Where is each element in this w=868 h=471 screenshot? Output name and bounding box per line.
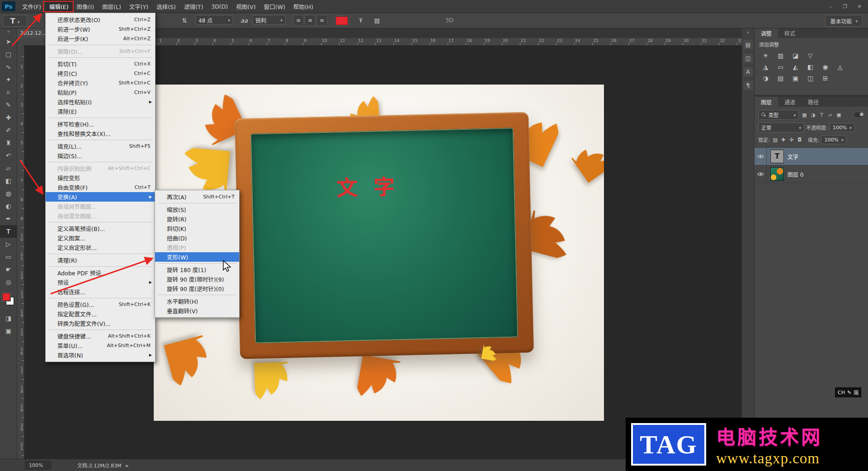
filter-type-layers-icon[interactable]: T: [818, 111, 826, 119]
edit-menu-item[interactable]: 远程连接...: [46, 287, 155, 297]
edit-menu-item[interactable]: 自由变换(F) Ctrl+T: [46, 183, 155, 192]
layer-row-text[interactable]: T 文字: [755, 148, 868, 165]
edit-menu-item[interactable]: 查找和替换文本(X)...: [46, 129, 155, 138]
ime-language-badge[interactable]: CH ✎ 简: [835, 387, 862, 398]
close-button[interactable]: ✕: [855, 4, 863, 9]
edit-menu-item[interactable]: 自动混合图层...: [46, 211, 155, 221]
menu-file[interactable]: 文件(F): [18, 0, 45, 13]
transform-menu-warp[interactable]: 变形(W): [155, 252, 239, 262]
transform-menu-item[interactable]: 水平翻转(H): [155, 297, 239, 306]
blur-tool[interactable]: ◍: [0, 187, 17, 200]
edit-menu-item[interactable]: 拼写检查(H)...: [46, 119, 155, 129]
zoom-level-field[interactable]: 100%: [25, 461, 51, 470]
tab-channels[interactable]: 通道: [778, 97, 802, 107]
fill-input[interactable]: 100%: [821, 135, 846, 144]
edit-menu-item[interactable]: 还原状态更改(O) Ctrl+Z: [46, 15, 155, 24]
gradient-tool[interactable]: ◧: [0, 174, 17, 187]
filter-pixel-layers-icon[interactable]: ▦: [801, 111, 808, 119]
menu-edit[interactable]: 编辑(E): [45, 0, 73, 13]
path-selection-tool[interactable]: ▷: [0, 238, 17, 250]
text-orientation-toggle[interactable]: ⇅: [179, 15, 190, 26]
edit-menu-item[interactable]: 粘贴(P) Ctrl+V: [46, 88, 155, 97]
layer-visibility-icon[interactable]: [755, 165, 767, 183]
adjustment-photo-filter-icon[interactable]: ◉: [818, 61, 833, 72]
toggle-panels-icon[interactable]: ▤: [372, 15, 382, 26]
lock-pixels-icon[interactable]: ✚: [780, 136, 787, 143]
align-left-button[interactable]: ≡: [293, 15, 304, 26]
tool-preset-dropdown[interactable]: T: [3, 15, 27, 27]
edit-menu-item[interactable]: 指定配置文件...: [46, 309, 155, 319]
foreground-color-swatch[interactable]: [2, 293, 10, 301]
type-tool[interactable]: T: [0, 225, 17, 238]
adjustment-selective-color-icon[interactable]: ⊞: [818, 72, 833, 84]
adjustment-threshold-icon[interactable]: ▣: [788, 72, 803, 84]
edit-menu-item[interactable]: 前进一步(W) Shift+Ctrl+Z: [46, 24, 155, 34]
edit-menu-item[interactable]: 定义画笔预设(B)...: [46, 224, 155, 233]
adjustment-hue-saturation-icon[interactable]: ▭: [773, 61, 788, 72]
edit-menu-item[interactable]: 颜色设置(G)... Shift+Ctrl+K: [46, 300, 155, 309]
align-right-button[interactable]: ≡: [316, 15, 327, 26]
edit-menu-transform[interactable]: 变换(A): [46, 192, 155, 202]
menu-type[interactable]: 文字(Y): [125, 0, 152, 13]
text-color-swatch[interactable]: [335, 16, 348, 25]
history-brush-tool[interactable]: ↶: [0, 149, 17, 162]
clone-stamp-tool[interactable]: ♜: [0, 137, 17, 149]
brush-tool[interactable]: ✐: [0, 124, 17, 137]
adjustment-curves-icon[interactable]: ◪: [788, 50, 803, 61]
transform-menu-item[interactable]: 扭曲(D): [155, 233, 239, 243]
menu-3d[interactable]: 3D(D): [207, 0, 232, 13]
edit-menu-item[interactable]: 描边(S)...: [46, 151, 155, 160]
transform-menu-item[interactable]: 旋转(R): [155, 214, 239, 224]
adjustment-channel-mixer-icon[interactable]: ◬: [833, 61, 848, 72]
adjustment-exposure-icon[interactable]: ▽: [803, 50, 818, 61]
vertical-ruler[interactable]: 123456789101112131415161718192021: [17, 45, 24, 459]
edit-menu-item[interactable]: 菜单(U)... Alt+Shift+Ctrl+M: [46, 341, 155, 350]
transform-menu-item[interactable]: 透视(P): [155, 243, 239, 252]
maximize-button[interactable]: ❐: [841, 4, 849, 9]
edit-menu-item[interactable]: 剪切(T) Ctrl+X: [46, 59, 155, 69]
lock-transparency-icon[interactable]: ▨: [772, 136, 779, 143]
zoom-tool[interactable]: ◎: [0, 276, 17, 288]
edit-menu-item[interactable]: 自动对齐图层...: [46, 202, 155, 211]
properties-panel-icon[interactable]: ◫: [743, 53, 754, 64]
edit-menu-item[interactable]: 清除(E): [46, 107, 155, 116]
hand-tool[interactable]: ☛: [0, 263, 17, 276]
edit-menu-item[interactable]: 填充(L)... Shift+F5: [46, 141, 155, 151]
adjustment-vibrance-icon[interactable]: ◮: [758, 61, 773, 72]
minimize-button[interactable]: –: [826, 4, 835, 9]
color-swatches[interactable]: [0, 291, 17, 312]
transform-menu-item[interactable]: 斜切(K): [155, 224, 239, 233]
menu-view[interactable]: 视图(V): [232, 0, 259, 13]
lock-position-icon[interactable]: ✜: [788, 136, 795, 143]
transform-menu-item[interactable]: 旋转 180 度(1): [155, 265, 239, 274]
edit-menu-item[interactable]: 定义自定形状...: [46, 243, 155, 252]
edit-menu-item[interactable]: 选择性粘贴(I): [46, 97, 155, 107]
menu-select[interactable]: 选择(S): [152, 0, 180, 13]
eraser-tool[interactable]: ▱: [0, 162, 17, 174]
pen-tool[interactable]: ✒: [0, 212, 17, 225]
layer-visibility-icon[interactable]: [755, 148, 767, 165]
edit-menu-item[interactable]: 合并拷贝(Y) Shift+Ctrl+C: [46, 78, 155, 88]
lasso-tool[interactable]: ∿: [0, 61, 17, 73]
rectangle-tool[interactable]: ▭: [0, 250, 17, 263]
edit-menu-item[interactable]: 后退一步(K) Alt+Ctrl+Z: [46, 34, 155, 43]
menu-filter[interactable]: 滤镜(T): [180, 0, 207, 13]
adjustment-color-balance-icon[interactable]: ◭: [788, 61, 803, 72]
filter-toggle-switch[interactable]: [854, 112, 864, 118]
transform-menu-item[interactable]: 旋转 90 度(顺时针)(9): [155, 274, 239, 284]
quick-mask-icon[interactable]: ◨: [0, 312, 17, 325]
eyedropper-tool[interactable]: ✎: [0, 99, 17, 111]
quick-selection-tool[interactable]: ✦: [0, 73, 17, 86]
opacity-input[interactable]: 100%: [830, 123, 855, 132]
adjustment-black-white-icon[interactable]: ◧: [803, 61, 818, 72]
filter-shape-layers-icon[interactable]: ▱: [826, 111, 834, 119]
edit-menu-item[interactable]: 渐隐(D)... Shift+Ctrl+F: [46, 47, 155, 56]
anti-alias-select[interactable]: 锐利: [252, 15, 286, 25]
adjustment-levels-icon[interactable]: ▥: [773, 50, 788, 61]
move-tool[interactable]: ➤: [0, 35, 17, 48]
align-center-button[interactable]: ≡: [305, 15, 316, 26]
crop-tool[interactable]: ⌗: [0, 86, 17, 99]
adjustment-invert-icon[interactable]: ◑: [758, 72, 773, 84]
filter-adjustment-layers-icon[interactable]: ◑: [809, 111, 817, 119]
warp-text-icon[interactable]: Ŧ: [355, 15, 366, 26]
